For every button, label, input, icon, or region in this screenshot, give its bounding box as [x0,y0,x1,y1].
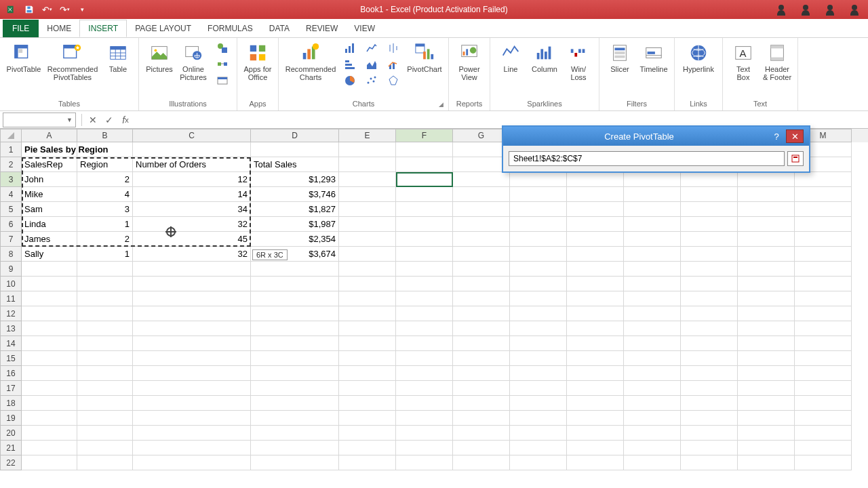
cell-K14[interactable] [681,336,738,351]
cell-I6[interactable] [567,217,624,232]
pivotchart-button[interactable]: PivotChart [405,41,444,75]
cell-F14[interactable] [396,336,453,351]
cell-H20[interactable] [510,426,567,441]
row-header-18[interactable]: 18 [0,396,22,411]
row-header-8[interactable]: 8 [0,247,22,262]
qat-customize-icon[interactable]: ▾ [75,2,90,17]
cell-G17[interactable] [453,381,510,396]
cell-G11[interactable] [453,291,510,306]
cell-C6[interactable]: 32 [133,217,251,232]
cell-M17[interactable] [795,381,852,396]
cell-A12[interactable] [22,306,77,321]
cell-C22[interactable] [133,455,251,470]
cell-E17[interactable] [339,381,396,396]
cell-B9[interactable] [77,262,133,277]
cell-I16[interactable] [567,366,624,381]
cell-D6[interactable]: $1,987 [251,217,339,232]
cell-I9[interactable] [567,262,624,277]
cell-F5[interactable] [396,202,453,217]
cell-B19[interactable] [77,411,133,426]
cell-I22[interactable] [567,455,624,470]
cell-I11[interactable] [567,291,624,306]
cell-H3[interactable] [510,172,567,187]
cell-J11[interactable] [624,291,681,306]
dialog-close-button[interactable]: ✕ [786,129,804,143]
cell-D17[interactable] [251,381,339,396]
cell-B14[interactable] [77,336,133,351]
cell-D15[interactable] [251,351,339,366]
recommended-charts-button[interactable]: Recommended Charts [283,41,338,83]
cell-M19[interactable] [795,411,852,426]
cell-J6[interactable] [624,217,681,232]
cell-M16[interactable] [795,366,852,381]
line-chart-button[interactable] [361,41,382,56]
cell-B7[interactable]: 2 [77,232,133,247]
cell-E19[interactable] [339,411,396,426]
column-chart-button[interactable] [340,41,360,56]
cell-F20[interactable] [396,426,453,441]
cell-H9[interactable] [510,262,567,277]
cell-L14[interactable] [738,336,795,351]
cell-G16[interactable] [453,366,510,381]
cell-F19[interactable] [396,411,453,426]
cell-A13[interactable] [22,321,77,336]
cell-A14[interactable] [22,336,77,351]
cell-L12[interactable] [738,306,795,321]
cell-L9[interactable] [738,262,795,277]
cell-B20[interactable] [77,426,133,441]
col-header-A[interactable]: A [22,129,77,142]
cell-L15[interactable] [738,351,795,366]
cell-L11[interactable] [738,291,795,306]
cell-D12[interactable] [251,306,339,321]
cell-M11[interactable] [795,291,852,306]
cell-B4[interactable]: 4 [77,187,133,202]
row-header-15[interactable]: 15 [0,351,22,366]
slicer-button[interactable]: Slicer [604,41,636,75]
cell-C12[interactable] [133,306,251,321]
cell-B3[interactable]: 2 [77,172,133,187]
cell-D21[interactable] [251,441,339,455]
cell-E12[interactable] [339,306,396,321]
row-header-9[interactable]: 9 [0,262,22,277]
cell-F18[interactable] [396,396,453,411]
cell-D16[interactable] [251,366,339,381]
cell-H14[interactable] [510,336,567,351]
cell-J18[interactable] [624,396,681,411]
name-box-dropdown-icon[interactable]: ▼ [66,117,73,123]
cell-G21[interactable] [453,441,510,455]
cell-A15[interactable] [22,351,77,366]
cell-G7[interactable] [453,232,510,247]
tab-home[interactable]: HOME [39,20,79,37]
cell-K16[interactable] [681,366,738,381]
cell-F13[interactable] [396,321,453,336]
spreadsheet-grid[interactable]: ABCDEFGHIJKLM 12345678910111213141516171… [0,129,868,470]
row-header-16[interactable]: 16 [0,366,22,381]
cell-J19[interactable] [624,411,681,426]
cell-H13[interactable] [510,321,567,336]
cell-F9[interactable] [396,262,453,277]
cell-M7[interactable] [795,232,852,247]
cell-C21[interactable] [133,441,251,455]
cell-G12[interactable] [453,306,510,321]
cell-J3[interactable] [624,172,681,187]
cell-E21[interactable] [339,441,396,455]
cell-M22[interactable] [795,455,852,470]
cell-K3[interactable] [681,172,738,187]
cell-G9[interactable] [453,262,510,277]
cell-C7[interactable]: 45 [133,232,251,247]
cell-F4[interactable] [396,187,453,202]
cell-H7[interactable] [510,232,567,247]
cell-L19[interactable] [738,411,795,426]
cell-L4[interactable] [738,187,795,202]
col-header-E[interactable]: E [339,129,396,142]
col-header-F[interactable]: F [396,129,453,142]
tab-view[interactable]: VIEW [346,20,383,37]
cell-K15[interactable] [681,351,738,366]
cell-F8[interactable] [396,247,453,262]
cell-H4[interactable] [510,187,567,202]
row-header-11[interactable]: 11 [0,291,22,306]
powerview-button[interactable]: Power View [453,41,486,83]
cell-M6[interactable] [795,217,852,232]
cell-G5[interactable] [453,202,510,217]
cell-M13[interactable] [795,321,852,336]
